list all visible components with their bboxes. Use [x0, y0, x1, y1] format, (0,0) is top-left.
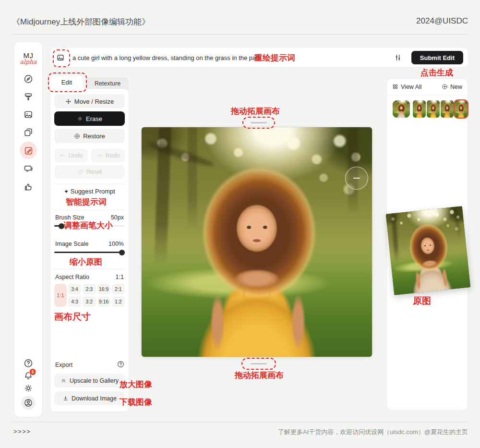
tree-branch: [147, 140, 215, 169]
footer-credit: 了解更多AI干货内容，欢迎访问优设网（uisdc.com）@夏花生的主页: [278, 428, 468, 436]
new-label: New: [450, 84, 462, 90]
reset-label: Reset: [86, 169, 102, 175]
create-brush-icon[interactable]: [24, 92, 34, 102]
credit-label: 2024@UISDC: [416, 16, 468, 26]
history-panel-header: View All New: [387, 79, 468, 95]
thumbs-up-icon[interactable]: [24, 182, 34, 192]
panel-divider: [54, 184, 125, 184]
aspect-ratio-current: 1:1: [116, 274, 124, 280]
tab-retexture[interactable]: Retexture: [86, 77, 129, 89]
drag-handle-pill[interactable]: [251, 363, 267, 364]
tool-panel: Move / Resize Erase Restore Undo Redo Re…: [50, 89, 129, 412]
export-help-icon[interactable]: [117, 361, 124, 368]
ratio-cell[interactable]: 16:9: [97, 284, 110, 294]
panel-divider: [54, 210, 125, 210]
tree-trunk: [188, 127, 197, 230]
aspect-ratio-label: Aspect Ratio: [55, 274, 89, 280]
undo-button[interactable]: Undo: [54, 149, 88, 162]
view-all-button[interactable]: View All: [392, 84, 422, 90]
canvas-extend-handle-bottom[interactable]: [241, 358, 276, 370]
view-all-label: View All: [401, 84, 422, 90]
ratio-cell[interactable]: 3:2: [83, 296, 96, 307]
download-image-button[interactable]: Download Image: [54, 391, 125, 405]
redo-label: Redo: [106, 152, 120, 159]
footer-divider: [12, 422, 468, 422]
drag-handle-pill[interactable]: [251, 122, 267, 123]
upscale-to-gallery-button[interactable]: Upscale to Gallery: [54, 374, 125, 387]
chat-icon[interactable]: [24, 164, 34, 174]
annotation-download: 下载图像: [120, 397, 152, 408]
suggest-prompt-label: Suggest Prompt: [71, 188, 115, 195]
prompt-bar: a cute girl with a long yellow dress, st…: [50, 48, 468, 67]
edit-canvas[interactable]: [142, 127, 372, 357]
canvas-image-girl-in-park: [142, 127, 372, 357]
image-scale-value: 100%: [108, 241, 124, 247]
sparkle-icon: ✦: [64, 188, 69, 195]
move-resize-button[interactable]: Move / Resize: [54, 94, 125, 109]
theme-sun-icon[interactable]: [24, 383, 34, 393]
suggest-prompt-button[interactable]: ✦ Suggest Prompt: [50, 188, 129, 195]
sidebar: MJ alpha 1: [14, 42, 42, 417]
thumbnail-version[interactable]: [427, 100, 440, 118]
annotation-submit: 点击生成: [420, 67, 453, 78]
panel-divider: [54, 269, 125, 269]
ratio-cell[interactable]: 2:1: [112, 284, 125, 294]
prompt-icon-annotation-box: [53, 49, 70, 67]
restore-label: Restore: [83, 133, 105, 140]
ratio-1-1-selected[interactable]: 1:1: [54, 284, 67, 307]
gallery-image-icon[interactable]: [24, 109, 34, 120]
erase-button[interactable]: Erase: [54, 111, 125, 126]
export-label: Export: [55, 362, 72, 368]
ratio-cell[interactable]: 9:16: [97, 296, 110, 307]
move-resize-label: Move / Resize: [74, 98, 114, 105]
thumbnail-version-selected[interactable]: [455, 100, 468, 118]
reset-button[interactable]: Reset: [54, 165, 125, 179]
download-label: Download Image: [72, 395, 117, 402]
original-photo: [386, 206, 471, 295]
explore-compass-icon[interactable]: [24, 74, 34, 84]
prompt-input[interactable]: a cute girl with a long yellow dress, st…: [72, 54, 261, 61]
profile-avatar-icon[interactable]: [21, 396, 36, 410]
image-scale-slider[interactable]: [54, 252, 125, 253]
annotation-original: 原图: [413, 295, 431, 307]
edit-tool-active[interactable]: [20, 142, 37, 159]
redo-button[interactable]: Redo: [91, 149, 125, 162]
page-title: 《Midjourney上线外部图像编辑功能》: [12, 16, 150, 27]
ratio-cell[interactable]: 3:4: [68, 284, 81, 294]
tree-trunk: [392, 213, 399, 263]
ratio-cell[interactable]: 1:2: [112, 296, 125, 307]
annotation-prompt: 重绘提示词: [254, 52, 295, 63]
original-photo-image: [386, 206, 471, 295]
tree-trunk: [454, 206, 461, 238]
brush-cursor-circle[interactable]: [345, 167, 368, 190]
restore-button[interactable]: Restore: [54, 129, 125, 143]
alpha-label: alpha: [14, 58, 42, 65]
image-scale-label: Image Scale: [55, 241, 88, 247]
footer-marks: >>>>: [13, 428, 31, 435]
organize-collections-icon[interactable]: [24, 127, 34, 137]
ratio-cell[interactable]: 4:3: [68, 296, 81, 307]
version-thumbnails: [393, 100, 468, 118]
submit-edit-button[interactable]: Submit Edit: [411, 51, 463, 64]
page: 《Midjourney上线外部图像编辑功能》 2024@UISDC MJ alp…: [0, 0, 480, 448]
settings-sliders-icon[interactable]: [394, 53, 402, 62]
ratio-cell[interactable]: 2:3: [83, 284, 96, 294]
annotation-scale: 缩小原图: [70, 256, 102, 267]
undo-label: Undo: [69, 152, 83, 159]
annotation-suggest: 智能提示词: [66, 196, 107, 207]
edit-tab-annotation-box: [48, 73, 87, 92]
erase-label: Erase: [86, 115, 102, 122]
thumbnail-version[interactable]: [441, 100, 454, 118]
upscale-label: Upscale to Gallery: [70, 377, 119, 384]
new-button[interactable]: New: [442, 84, 462, 90]
notifications-bell-icon[interactable]: 1: [24, 371, 34, 381]
thumbnail-original[interactable]: [393, 100, 410, 118]
help-icon[interactable]: [24, 358, 34, 368]
aspect-ratio-grid: 1:1 3:4 2:3 16:9 2:1 4:3 3:2 9:16 1:2: [54, 284, 125, 307]
scale-slider-thumb[interactable]: [119, 250, 125, 255]
annotation-brush: 调整画笔大小: [64, 220, 113, 231]
annotation-aspect: 画布尺寸: [54, 311, 91, 323]
thumbnail-version[interactable]: [413, 100, 426, 118]
annotation-drag-bottom: 拖动拓展画布: [235, 370, 284, 381]
canvas-extend-handle-top[interactable]: [242, 117, 275, 129]
